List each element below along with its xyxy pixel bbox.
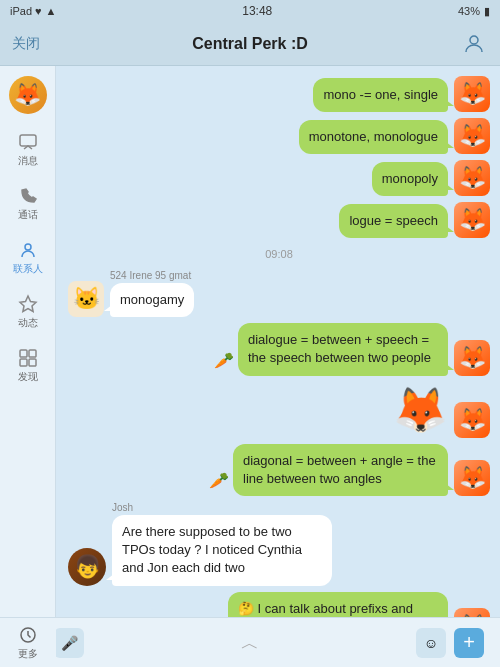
plus-icon: + (463, 631, 475, 654)
nav-bar: 关闭 Central Perk :D (0, 22, 500, 66)
avatar: 🦊 (454, 460, 490, 496)
message-text: monotone, monologue (309, 129, 438, 144)
avatar: 🦊 (454, 340, 490, 376)
sender-label: Josh (112, 502, 133, 513)
message-bubble: monopoly (372, 162, 448, 196)
sidebar-item-messages[interactable]: 消息 (0, 124, 55, 176)
message-bubble: logue = speech (339, 204, 448, 238)
close-button[interactable]: 关闭 (12, 35, 40, 53)
carrot-decoration: 🥕 (214, 351, 234, 370)
sidebar-messages-label: 消息 (18, 154, 38, 168)
message-text: diagonal = between + angle = the line be… (243, 453, 436, 486)
more-label: 更多 (18, 647, 38, 661)
message-row: 🦊 🤔 I can talk about prefixs and word ro… (68, 592, 490, 618)
message-row: 🐱 524 Irene 95 gmat monogamy (68, 270, 490, 317)
more-nav-item[interactable]: 更多 (0, 617, 56, 667)
message-row: 👦 Josh Are there supposed to be two TPOs… (68, 502, 490, 586)
profile-icon[interactable] (460, 30, 488, 58)
svg-point-0 (470, 36, 478, 44)
voice-button[interactable]: 🎤 (54, 628, 84, 658)
user-avatar: 🦊 (9, 76, 47, 114)
emoji-icon: ☺ (424, 635, 438, 651)
timestamp: 09:08 (68, 248, 490, 260)
message-bubble: diagonal = between + angle = the line be… (233, 444, 448, 496)
avatar: 🦊 (454, 76, 490, 112)
sidebar: 🦊 消息 通话 联系人 动态 发现 (0, 66, 56, 617)
svg-rect-1 (20, 135, 36, 146)
status-left: iPad ♥ ▲ (10, 5, 57, 17)
bottom-right-controls: ☺ + (416, 628, 484, 658)
emoji-button[interactable]: ☺ (416, 628, 446, 658)
bottom-bar: 🎤 ︿ ☺ + (0, 617, 500, 667)
avatar: 🐱 (68, 281, 104, 317)
message-bubble: Are there supposed to be two TPOs today … (112, 515, 332, 586)
add-button[interactable]: + (454, 628, 484, 658)
sidebar-contacts-label: 联系人 (13, 262, 43, 276)
wifi-icon: ▲ (46, 5, 57, 17)
sender-label: 524 Irene 95 gmat (110, 270, 191, 281)
message-row: 🦊 logue = speech (68, 202, 490, 238)
sidebar-activity-label: 动态 (18, 316, 38, 330)
message-row: 🦊 mono -= one, single (68, 76, 490, 112)
svg-point-2 (25, 244, 31, 250)
message-row: 🦊 dialogue = between + speech = the spee… (68, 323, 490, 375)
message-row: 🦊 monotone, monologue (68, 118, 490, 154)
sidebar-discover-label: 发现 (18, 370, 38, 384)
svg-rect-5 (29, 350, 36, 357)
message-row: 🦊 monopoly (68, 160, 490, 196)
message-bubble: dialogue = between + speech = the speech… (238, 323, 448, 375)
sidebar-item-discover[interactable]: 发现 (0, 340, 55, 392)
message-text: Are there supposed to be two TPOs today … (122, 524, 302, 575)
sidebar-item-calls[interactable]: 通话 (0, 178, 55, 230)
chat-title: Central Perk :D (192, 35, 308, 53)
message-bubble: mono -= one, single (313, 78, 448, 112)
avatar: 👦 (68, 548, 106, 586)
status-time: 13:48 (242, 4, 272, 18)
message-text: 🤔 I can talk about prefixs and word root… (238, 601, 413, 618)
avatar: 🦊 (454, 608, 490, 617)
avatar: 🦊 (454, 118, 490, 154)
avatar: 🦊 (454, 160, 490, 196)
voice-icon: 🎤 (61, 635, 78, 651)
message-bubble: 🤔 I can talk about prefixs and word root… (228, 592, 448, 618)
chevron-up-icon[interactable]: ︿ (241, 631, 259, 655)
message-bubble: monogamy (110, 283, 194, 317)
sticker-message: 🦊 (392, 382, 448, 438)
svg-rect-7 (29, 359, 36, 366)
message-row: 🦊 diagonal = between + angle = the line … (68, 444, 490, 496)
status-right: 43% ▮ (458, 5, 490, 18)
message-row: 🦊 🦊 (68, 382, 490, 438)
message-text: mono -= one, single (323, 87, 438, 102)
avatar: 🦊 (454, 402, 490, 438)
avatar: 🦊 (454, 202, 490, 238)
battery-label: 43% (458, 5, 480, 17)
svg-rect-6 (20, 359, 27, 366)
chat-area: 🦊 mono -= one, single 🦊 monotone, monolo… (56, 66, 500, 617)
device-label: iPad ♥ (10, 5, 42, 17)
message-bubble: monotone, monologue (299, 120, 448, 154)
message-text: monogamy (120, 292, 184, 307)
svg-rect-4 (20, 350, 27, 357)
svg-marker-3 (20, 296, 36, 312)
sidebar-item-contacts[interactable]: 联系人 (0, 232, 55, 284)
message-text: dialogue = between + speech = the speech… (248, 332, 431, 365)
carrot-decoration: 🥕 (209, 471, 229, 490)
status-bar: iPad ♥ ▲ 13:48 43% ▮ (0, 0, 500, 22)
sidebar-item-activity[interactable]: 动态 (0, 286, 55, 338)
battery-icon: ▮ (484, 5, 490, 18)
message-text: logue = speech (349, 213, 438, 228)
sidebar-calls-label: 通话 (18, 208, 38, 222)
message-text: monopoly (382, 171, 438, 186)
